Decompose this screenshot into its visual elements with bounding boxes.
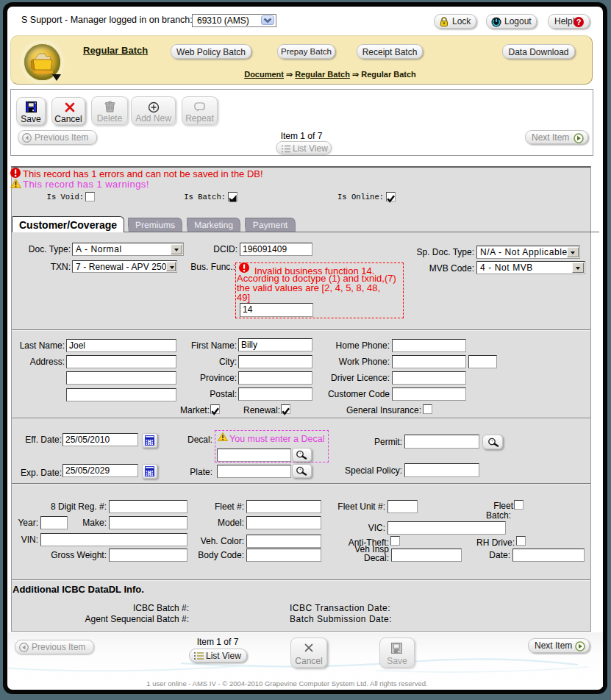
svg-text:?: ? <box>576 18 582 26</box>
